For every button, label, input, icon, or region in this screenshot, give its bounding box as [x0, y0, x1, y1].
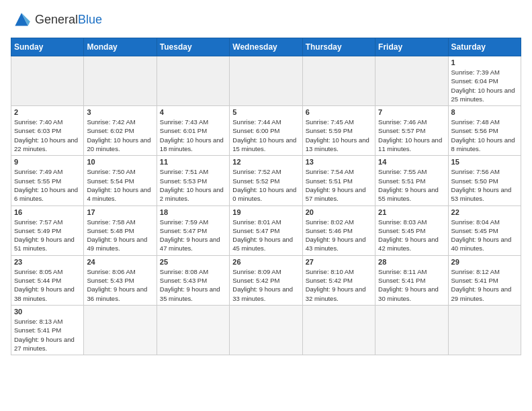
- day-number: 16: [14, 208, 81, 216]
- calendar-cell: 7Sunrise: 7:46 AM Sunset: 5:57 PM Daylig…: [375, 106, 448, 156]
- day-number: 18: [160, 208, 226, 216]
- weekday-header-saturday: Saturday: [448, 38, 521, 56]
- day-info: Sunrise: 8:01 AM Sunset: 5:47 PM Dayligh…: [232, 218, 299, 253]
- calendar-week-row: 9Sunrise: 7:49 AM Sunset: 5:55 PM Daylig…: [11, 156, 521, 205]
- day-info: Sunrise: 7:42 AM Sunset: 6:02 PM Dayligh…: [87, 118, 153, 153]
- day-number: 22: [451, 208, 518, 216]
- day-info: Sunrise: 8:04 AM Sunset: 5:45 PM Dayligh…: [451, 218, 518, 253]
- calendar-cell: [302, 305, 375, 355]
- day-number: 19: [232, 208, 299, 216]
- calendar-cell: [11, 56, 84, 106]
- day-number: 15: [451, 158, 518, 166]
- day-number: 17: [87, 208, 153, 216]
- calendar-cell: 26Sunrise: 8:09 AM Sunset: 5:42 PM Dayli…: [230, 255, 302, 305]
- calendar-cell: 1Sunrise: 7:39 AM Sunset: 6:04 PM Daylig…: [448, 56, 521, 106]
- day-number: 29: [451, 258, 518, 266]
- day-info: Sunrise: 7:52 AM Sunset: 5:52 PM Dayligh…: [232, 167, 299, 203]
- calendar-cell: 18Sunrise: 7:59 AM Sunset: 5:47 PM Dayli…: [157, 205, 229, 255]
- day-number: 27: [306, 258, 372, 266]
- day-info: Sunrise: 7:49 AM Sunset: 5:55 PM Dayligh…: [14, 167, 81, 203]
- day-number: 5: [232, 108, 299, 116]
- calendar-cell: [84, 305, 157, 355]
- calendar-cell: 23Sunrise: 8:05 AM Sunset: 5:44 PM Dayli…: [11, 255, 84, 305]
- calendar-week-row: 30Sunrise: 8:13 AM Sunset: 5:41 PM Dayli…: [11, 305, 521, 355]
- day-info: Sunrise: 8:13 AM Sunset: 5:41 PM Dayligh…: [14, 317, 81, 353]
- calendar-cell: 16Sunrise: 7:57 AM Sunset: 5:49 PM Dayli…: [11, 205, 84, 255]
- day-number: 30: [14, 308, 81, 316]
- calendar-cell: 24Sunrise: 8:06 AM Sunset: 5:43 PM Dayli…: [84, 255, 157, 305]
- page-header: GeneralBlue: [11, 11, 521, 30]
- calendar-cell: 5Sunrise: 7:44 AM Sunset: 6:00 PM Daylig…: [230, 106, 302, 156]
- calendar-cell: 4Sunrise: 7:43 AM Sunset: 6:01 PM Daylig…: [157, 106, 229, 156]
- calendar-cell: 12Sunrise: 7:52 AM Sunset: 5:52 PM Dayli…: [230, 156, 302, 205]
- day-number: 6: [306, 108, 372, 116]
- day-info: Sunrise: 7:55 AM Sunset: 5:51 PM Dayligh…: [378, 167, 445, 203]
- calendar-cell: 17Sunrise: 7:58 AM Sunset: 5:48 PM Dayli…: [84, 205, 157, 255]
- day-number: 11: [160, 158, 226, 166]
- calendar-cell: [375, 56, 448, 106]
- day-info: Sunrise: 8:08 AM Sunset: 5:43 PM Dayligh…: [160, 267, 226, 303]
- calendar-cell: 15Sunrise: 7:56 AM Sunset: 5:50 PM Dayli…: [448, 156, 521, 205]
- day-info: Sunrise: 7:48 AM Sunset: 5:56 PM Dayligh…: [451, 118, 518, 153]
- calendar-header-row: SundayMondayTuesdayWednesdayThursdayFrid…: [11, 38, 521, 56]
- day-number: 4: [160, 108, 226, 116]
- calendar-cell: 3Sunrise: 7:42 AM Sunset: 6:02 PM Daylig…: [84, 106, 157, 156]
- day-info: Sunrise: 8:06 AM Sunset: 5:43 PM Dayligh…: [87, 267, 153, 303]
- calendar-cell: 11Sunrise: 7:51 AM Sunset: 5:53 PM Dayli…: [157, 156, 229, 205]
- day-info: Sunrise: 7:39 AM Sunset: 6:04 PM Dayligh…: [451, 68, 518, 103]
- day-info: Sunrise: 7:57 AM Sunset: 5:49 PM Dayligh…: [14, 218, 81, 253]
- calendar-week-row: 2Sunrise: 7:40 AM Sunset: 6:03 PM Daylig…: [11, 106, 521, 156]
- calendar-cell: 21Sunrise: 8:03 AM Sunset: 5:45 PM Dayli…: [375, 205, 448, 255]
- calendar-cell: [302, 56, 375, 106]
- calendar-cell: [157, 56, 229, 106]
- day-info: Sunrise: 7:43 AM Sunset: 6:01 PM Dayligh…: [160, 118, 226, 153]
- calendar-cell: 8Sunrise: 7:48 AM Sunset: 5:56 PM Daylig…: [448, 106, 521, 156]
- logo-text: GeneralBlue: [35, 13, 102, 27]
- day-info: Sunrise: 7:46 AM Sunset: 5:57 PM Dayligh…: [378, 118, 445, 153]
- day-number: 7: [378, 108, 445, 116]
- weekday-header-friday: Friday: [375, 38, 448, 56]
- weekday-header-sunday: Sunday: [11, 38, 84, 56]
- calendar-week-row: 1Sunrise: 7:39 AM Sunset: 6:04 PM Daylig…: [11, 56, 521, 106]
- day-info: Sunrise: 8:05 AM Sunset: 5:44 PM Dayligh…: [14, 267, 81, 303]
- calendar-week-row: 23Sunrise: 8:05 AM Sunset: 5:44 PM Dayli…: [11, 255, 521, 305]
- day-number: 23: [14, 258, 81, 266]
- calendar-table: SundayMondayTuesdayWednesdayThursdayFrid…: [11, 38, 521, 355]
- day-number: 13: [306, 158, 372, 166]
- calendar-cell: 30Sunrise: 8:13 AM Sunset: 5:41 PM Dayli…: [11, 305, 84, 355]
- day-info: Sunrise: 7:40 AM Sunset: 6:03 PM Dayligh…: [14, 118, 81, 153]
- day-number: 14: [378, 158, 445, 166]
- calendar-cell: 2Sunrise: 7:40 AM Sunset: 6:03 PM Daylig…: [11, 106, 84, 156]
- calendar-cell: [448, 305, 521, 355]
- calendar-cell: [84, 56, 157, 106]
- day-number: 8: [451, 108, 518, 116]
- day-info: Sunrise: 7:54 AM Sunset: 5:51 PM Dayligh…: [306, 167, 372, 203]
- calendar-cell: 27Sunrise: 8:10 AM Sunset: 5:42 PM Dayli…: [302, 255, 375, 305]
- day-number: 3: [87, 108, 153, 116]
- calendar-cell: 19Sunrise: 8:01 AM Sunset: 5:47 PM Dayli…: [230, 205, 302, 255]
- day-info: Sunrise: 8:11 AM Sunset: 5:41 PM Dayligh…: [378, 267, 445, 303]
- calendar-cell: 14Sunrise: 7:55 AM Sunset: 5:51 PM Dayli…: [375, 156, 448, 205]
- day-number: 24: [87, 258, 153, 266]
- calendar-cell: 25Sunrise: 8:08 AM Sunset: 5:43 PM Dayli…: [157, 255, 229, 305]
- calendar-cell: 13Sunrise: 7:54 AM Sunset: 5:51 PM Dayli…: [302, 156, 375, 205]
- calendar-cell: [157, 305, 229, 355]
- weekday-header-tuesday: Tuesday: [157, 38, 229, 56]
- day-info: Sunrise: 7:51 AM Sunset: 5:53 PM Dayligh…: [160, 167, 226, 203]
- calendar-cell: [375, 305, 448, 355]
- weekday-header-thursday: Thursday: [302, 38, 375, 56]
- day-info: Sunrise: 8:10 AM Sunset: 5:42 PM Dayligh…: [306, 267, 372, 303]
- logo: GeneralBlue: [11, 11, 102, 30]
- day-info: Sunrise: 8:02 AM Sunset: 5:46 PM Dayligh…: [306, 218, 372, 253]
- day-number: 26: [232, 258, 299, 266]
- day-number: 25: [160, 258, 226, 266]
- day-number: 1: [451, 58, 518, 66]
- day-number: 12: [232, 158, 299, 166]
- day-info: Sunrise: 7:50 AM Sunset: 5:54 PM Dayligh…: [87, 167, 153, 203]
- calendar-cell: 10Sunrise: 7:50 AM Sunset: 5:54 PM Dayli…: [84, 156, 157, 205]
- weekday-header-wednesday: Wednesday: [230, 38, 302, 56]
- calendar-cell: 6Sunrise: 7:45 AM Sunset: 5:59 PM Daylig…: [302, 106, 375, 156]
- logo-icon: [11, 11, 32, 30]
- calendar-week-row: 16Sunrise: 7:57 AM Sunset: 5:49 PM Dayli…: [11, 205, 521, 255]
- day-info: Sunrise: 7:44 AM Sunset: 6:00 PM Dayligh…: [232, 118, 299, 153]
